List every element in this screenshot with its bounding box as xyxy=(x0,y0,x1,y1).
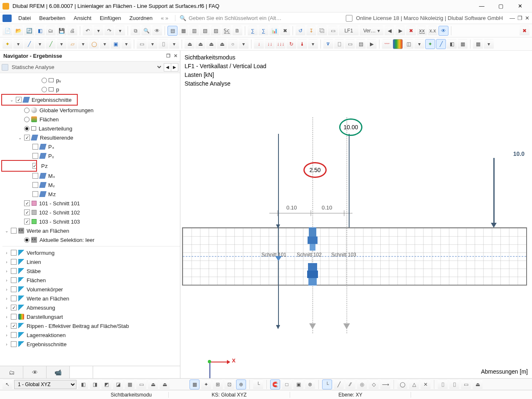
cs-tool-8[interactable]: ⏏ xyxy=(160,379,170,389)
snap-mid[interactable]: ▣ xyxy=(293,379,303,389)
cb-lower-0[interactable] xyxy=(11,250,17,256)
snap-perp[interactable]: └ xyxy=(322,379,332,389)
node-flaechen[interactable]: Flächen xyxy=(39,116,59,123)
caret-icon[interactable]: › xyxy=(4,251,9,255)
snap-1[interactable]: ✦ xyxy=(201,379,211,389)
mdi-restore-icon[interactable]: ❐ xyxy=(517,15,522,21)
node-lastverteilung[interactable]: Lastverteilung xyxy=(38,126,72,132)
clip-plane-tool[interactable]: ✦ xyxy=(425,39,435,49)
radio-lastverteilung[interactable] xyxy=(24,126,30,131)
snap-f[interactable]: ▭ xyxy=(461,379,471,389)
float-icon[interactable]: ❐ xyxy=(166,53,170,59)
node-py2[interactable]: Pᵧ xyxy=(47,153,54,159)
snap-e[interactable]: ⌷ xyxy=(449,379,459,389)
iso-tool[interactable]: ◧ xyxy=(447,39,457,49)
snap-a[interactable]: ◯ xyxy=(397,379,407,389)
cursor-tool[interactable]: ↖ xyxy=(2,379,12,389)
node-globverf[interactable]: Globale Verformungen xyxy=(39,107,94,113)
layer-button[interactable]: ⿻ xyxy=(317,26,327,36)
caret-icon[interactable]: › xyxy=(4,324,9,328)
load-drop[interactable]: ▾ xyxy=(308,39,318,49)
menu-einfuegen[interactable]: Einfügen xyxy=(96,13,125,23)
minimize-button[interactable]: — xyxy=(472,0,491,12)
node-mz[interactable]: M z xyxy=(47,191,56,197)
snap-3[interactable]: ⊡ xyxy=(224,379,234,389)
list-toggle[interactable]: ▥ xyxy=(189,26,199,36)
3d-drop[interactable]: ▾ xyxy=(414,39,424,49)
support-node-tool[interactable]: ⏏ xyxy=(185,39,195,49)
line-load-tool[interactable]: ↓↓ xyxy=(265,39,275,49)
cs-tool-5[interactable]: ▦ xyxy=(125,379,135,389)
node-sch102[interactable]: 102 - Schnitt 102 xyxy=(38,209,80,216)
xxx-button[interactable]: x̲x̲ xyxy=(417,26,427,36)
checkbox-mx[interactable] xyxy=(32,173,38,179)
hinge-tool[interactable]: ○ xyxy=(228,39,238,49)
caret-icon[interactable]: › xyxy=(4,296,9,301)
snap-ext[interactable]: ⟶ xyxy=(380,379,390,389)
opening-tool[interactable]: ◯ xyxy=(89,39,99,49)
caret-icon[interactable]: › xyxy=(4,269,9,273)
lower-4[interactable]: Volumenkörper xyxy=(26,286,63,293)
snap-grid[interactable]: ▦ xyxy=(190,379,200,389)
caret-icon[interactable]: › xyxy=(4,287,9,292)
support-surf-tool[interactable]: ⏏ xyxy=(206,39,216,49)
3d-tool[interactable]: ◫ xyxy=(404,39,414,49)
mdi-close-icon[interactable]: ✕ xyxy=(525,15,530,21)
node-mx[interactable]: Mₓ xyxy=(47,173,55,179)
node-pz[interactable]: P z xyxy=(40,163,48,169)
checkbox-sch103[interactable] xyxy=(24,219,30,224)
print-button[interactable]: 🖨 xyxy=(67,26,77,36)
line-dropdown[interactable]: ▾ xyxy=(35,39,45,49)
video-tool[interactable]: ▶ xyxy=(367,39,377,49)
snap-b[interactable]: △ xyxy=(409,379,419,389)
panel-toggle[interactable]: ▧ xyxy=(200,26,210,36)
coord-system-selector[interactable]: 1 - Global XYZ xyxy=(14,380,76,389)
support-line-tool[interactable]: ⏏ xyxy=(195,39,205,49)
contour-tool[interactable] xyxy=(393,39,403,49)
delete-results-button[interactable]: ✖ xyxy=(406,26,416,36)
lower-7[interactable]: Darstellungsart xyxy=(26,314,63,320)
lower-3[interactable]: Flächen xyxy=(26,277,46,283)
vis-type-button[interactable]: ▭ xyxy=(328,26,338,36)
open-file-button[interactable]: 📂 xyxy=(13,26,23,36)
calculate-button[interactable]: ∑ xyxy=(248,26,258,36)
new-file-button[interactable]: 📄 xyxy=(2,26,12,36)
checkbox-sch102[interactable] xyxy=(24,209,30,215)
section-drop[interactable]: ▾ xyxy=(169,39,179,49)
table-toggle[interactable]: ▤ xyxy=(167,26,177,36)
node-my[interactable]: Mᵧ xyxy=(47,182,55,188)
template-button[interactable]: 🗂 xyxy=(46,26,56,36)
keyword-search[interactable]: 🔍 Geben Sie ein Schlüsselwort ein (Alt… xyxy=(175,15,283,21)
lower-8[interactable]: Rippen - Effektiver Beitrag auf Fläche/S… xyxy=(26,323,129,329)
close-button[interactable]: ✕ xyxy=(510,0,530,12)
radio-py[interactable] xyxy=(42,78,47,83)
cb-lower-3[interactable] xyxy=(11,277,17,283)
filter-reset-button[interactable]: ↺ xyxy=(296,26,305,36)
undo-button[interactable]: ↶ xyxy=(83,26,93,36)
node-px[interactable]: Pₓ xyxy=(47,144,54,150)
maximize-button[interactable]: ▢ xyxy=(491,0,510,12)
calc-all-button[interactable]: ∑ xyxy=(259,26,268,36)
node-sch101[interactable]: 101 - Schnitt 101 xyxy=(38,200,80,207)
select-drop[interactable]: ▾ xyxy=(148,39,158,49)
checkbox-py2[interactable] xyxy=(32,153,38,159)
checkbox-my[interactable] xyxy=(32,182,38,188)
node-dropdown[interactable]: ▾ xyxy=(13,39,23,49)
cb-lower-1[interactable] xyxy=(11,259,17,265)
prev-analysis-button[interactable]: ◀ xyxy=(164,63,171,71)
extra-1[interactable]: ▦ xyxy=(473,39,483,49)
lower-5[interactable]: Werte an Flächen xyxy=(26,296,69,302)
node-wertefl[interactable]: Werte an Flächen xyxy=(26,228,69,234)
cs-tool-3[interactable]: ◩ xyxy=(101,379,111,389)
snap-mag[interactable]: 🧲 xyxy=(270,379,280,389)
visibility-button[interactable]: 👁 xyxy=(152,26,162,36)
save-button[interactable]: 💾 xyxy=(57,26,66,36)
temp-load-tool[interactable]: 🌡 xyxy=(297,39,307,49)
node-tool[interactable]: ✦ xyxy=(2,39,12,49)
force-load-tool[interactable]: ↓ xyxy=(254,39,264,49)
caret-icon[interactable]: ⌄ xyxy=(4,229,9,233)
snap-2[interactable]: ⊞ xyxy=(213,379,223,389)
lower-1[interactable]: Linien xyxy=(26,259,41,265)
snap-end[interactable]: □ xyxy=(282,379,292,389)
caret-icon[interactable]: › xyxy=(4,260,9,264)
